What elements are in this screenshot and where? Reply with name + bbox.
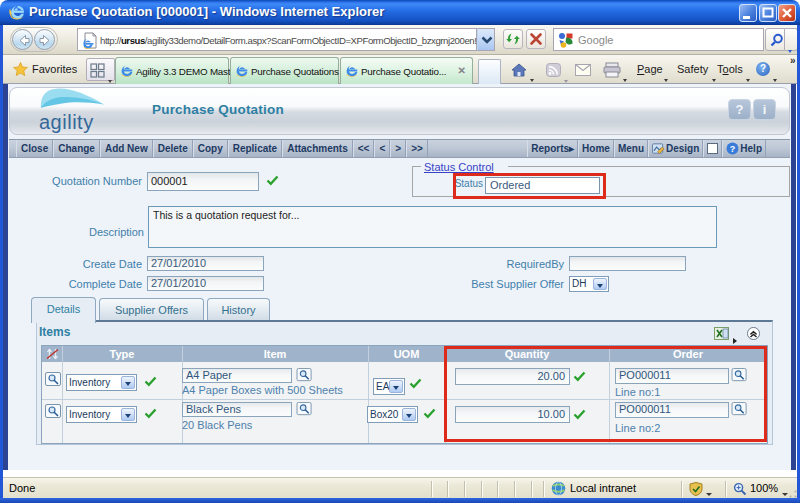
- svg-text:?: ?: [730, 144, 736, 154]
